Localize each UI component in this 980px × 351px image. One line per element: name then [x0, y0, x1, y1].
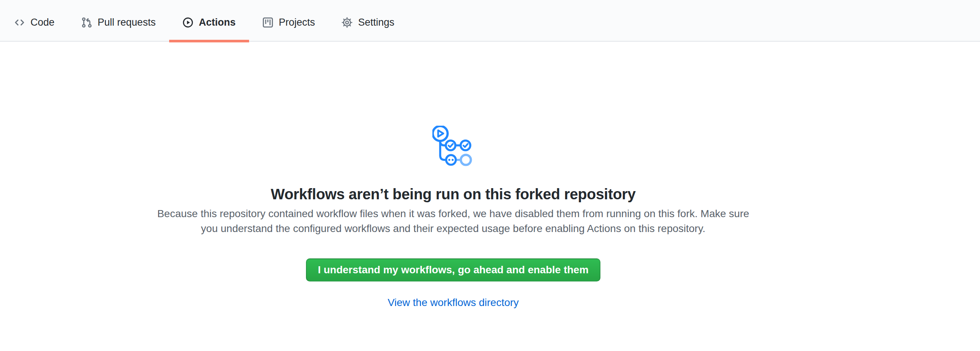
tab-projects[interactable]: Projects: [249, 4, 329, 41]
actions-blankslate: Workflows aren’t being run on this forke…: [0, 42, 907, 310]
view-workflows-directory-link[interactable]: View the workflows directory: [388, 295, 519, 310]
tab-settings[interactable]: Settings: [328, 4, 408, 41]
tab-label: Actions: [199, 17, 236, 28]
play-circle-icon: [183, 17, 193, 28]
workflow-graph-icon: [433, 125, 474, 167]
code-icon: [14, 17, 25, 28]
pull-request-icon: [81, 17, 92, 28]
gear-icon: [342, 17, 352, 28]
blankslate-description: Because this repository contained workfl…: [154, 206, 752, 236]
tab-code[interactable]: Code: [1, 4, 68, 41]
tab-label: Pull requests: [98, 17, 156, 28]
tab-actions[interactable]: Actions: [169, 4, 249, 41]
blankslate-heading: Workflows aren’t being run on this forke…: [270, 185, 636, 203]
tab-label: Code: [30, 17, 55, 28]
tab-label: Projects: [279, 17, 315, 28]
enable-workflows-button[interactable]: I understand my workflows, go ahead and …: [306, 259, 600, 281]
tab-label: Settings: [358, 17, 395, 28]
project-icon: [262, 17, 273, 28]
tab-pull-requests[interactable]: Pull requests: [68, 4, 169, 41]
repo-tab-bar: Code Pull requests Actions: [0, 0, 980, 42]
